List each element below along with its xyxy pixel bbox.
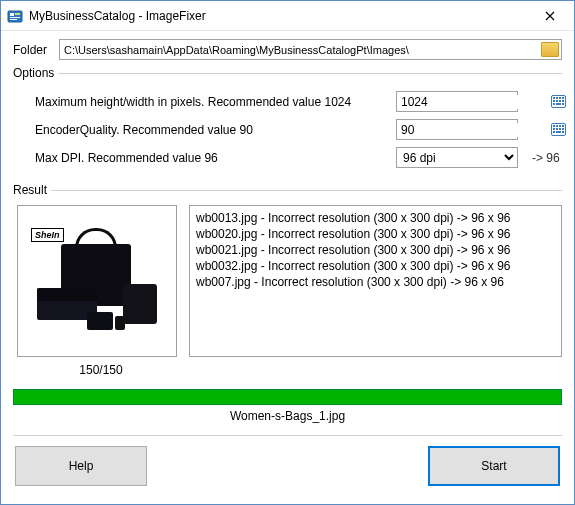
- svg-rect-9: [562, 97, 564, 99]
- result-legend: Result: [13, 183, 51, 197]
- svg-rect-7: [556, 97, 558, 99]
- svg-rect-10: [553, 100, 555, 102]
- svg-rect-12: [559, 100, 561, 102]
- svg-rect-2: [15, 13, 20, 15]
- close-button[interactable]: [528, 2, 572, 30]
- svg-rect-14: [553, 103, 555, 105]
- app-icon: [7, 8, 23, 24]
- log-line: wb0032.jpg - Incorrect resolution (300 x…: [196, 258, 555, 274]
- keypad-icon[interactable]: [551, 95, 566, 109]
- svg-rect-11: [556, 100, 558, 102]
- preview-image: SheIn: [17, 205, 177, 357]
- log-line: wb0020.jpg - Incorrect resolution (300 x…: [196, 226, 555, 242]
- svg-rect-22: [553, 128, 555, 130]
- svg-rect-4: [10, 19, 17, 20]
- svg-rect-13: [562, 100, 564, 102]
- log-line: wb0013.jpg - Incorrect resolution (300 x…: [196, 210, 555, 226]
- log-box[interactable]: wb0013.jpg - Incorrect resolution (300 x…: [189, 205, 562, 357]
- svg-rect-15: [556, 103, 561, 105]
- svg-rect-16: [562, 103, 564, 105]
- brand-label: SheIn: [31, 228, 64, 242]
- svg-rect-8: [559, 97, 561, 99]
- svg-rect-19: [556, 125, 558, 127]
- dpi-label: Max DPI. Recommended value 96: [35, 151, 388, 165]
- log-line: wb007.jpg - Incorrect resolution (300 x …: [196, 274, 555, 290]
- svg-rect-3: [10, 17, 20, 18]
- svg-rect-26: [553, 131, 555, 133]
- svg-rect-28: [562, 131, 564, 133]
- maxsize-input[interactable]: [401, 95, 551, 109]
- window-title: MyBusinessCatalog - ImageFixer: [29, 9, 528, 23]
- log-line: wb0021.jpg - Incorrect resolution (300 x…: [196, 242, 555, 258]
- help-button[interactable]: Help: [15, 446, 147, 486]
- folder-label: Folder: [13, 43, 53, 57]
- options-group: Options Maximum height/width in pixels. …: [13, 66, 562, 175]
- divider: [13, 435, 562, 436]
- options-legend: Options: [13, 66, 58, 80]
- current-file-label: Women-s-Bags_1.jpg: [13, 409, 562, 423]
- svg-rect-0: [8, 11, 22, 22]
- folder-input-wrap: [59, 39, 562, 60]
- bag-art: SheIn: [27, 226, 167, 336]
- result-group: Result SheIn: [13, 183, 562, 423]
- svg-rect-1: [10, 13, 14, 16]
- svg-rect-6: [553, 97, 555, 99]
- keypad-icon[interactable]: [551, 123, 566, 137]
- svg-rect-24: [559, 128, 561, 130]
- progress-bar: [13, 389, 562, 405]
- folder-input[interactable]: [64, 44, 541, 56]
- svg-rect-27: [556, 131, 561, 133]
- svg-rect-23: [556, 128, 558, 130]
- quality-input[interactable]: [401, 123, 551, 137]
- start-button[interactable]: Start: [428, 446, 560, 486]
- titlebar: MyBusinessCatalog - ImageFixer: [1, 1, 574, 31]
- dpi-suffix: -> 96: [532, 151, 562, 165]
- svg-rect-21: [562, 125, 564, 127]
- dpi-select[interactable]: 96 dpi: [396, 147, 518, 168]
- quality-label: EncoderQuality. Recommended value 90: [35, 123, 388, 137]
- browse-folder-icon[interactable]: [541, 42, 559, 57]
- svg-rect-20: [559, 125, 561, 127]
- counter-label: 150/150: [21, 363, 181, 377]
- svg-rect-25: [562, 128, 564, 130]
- svg-rect-18: [553, 125, 555, 127]
- maxsize-label: Maximum height/width in pixels. Recommen…: [35, 95, 388, 109]
